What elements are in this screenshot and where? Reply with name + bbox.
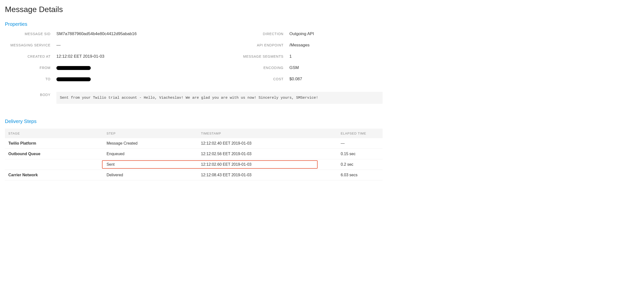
label-api-endpoint: API ENDPOINT bbox=[198, 43, 290, 47]
table-row: Sent12:12:02.60 EET 2019-01-030.2 sec bbox=[5, 159, 382, 170]
delivery-steps-section: Delivery Steps STAGE STEP TIMESTAMP ELAP… bbox=[5, 119, 382, 180]
value-message-segments: 1 bbox=[290, 54, 382, 59]
redacted-from bbox=[56, 66, 91, 70]
delivery-steps-table: STAGE STEP TIMESTAMP ELAPSED TIME Twilio… bbox=[5, 129, 382, 180]
label-cost: COST bbox=[198, 77, 290, 81]
value-cost: $0.087 bbox=[290, 77, 382, 82]
value-body: Sent from your Twilio trial account - He… bbox=[56, 92, 382, 104]
label-message-sid: MESSAGE SID bbox=[5, 32, 56, 36]
value-messaging-service: — bbox=[56, 43, 190, 48]
table-row: Carrier NetworkDelivered12:12:08.43 EET … bbox=[5, 170, 382, 180]
properties-right-column: DIRECTION Outgoing API API ENDPOINT /Mes… bbox=[198, 32, 382, 88]
label-body: BODY bbox=[5, 92, 56, 97]
label-messaging-service: MESSAGING SERVICE bbox=[5, 43, 56, 47]
cell-step: Sent bbox=[103, 159, 198, 170]
value-direction: Outgoing API bbox=[290, 32, 382, 36]
cell-stage: Outbound Queue bbox=[5, 149, 103, 159]
section-heading-delivery: Delivery Steps bbox=[5, 119, 382, 124]
value-api-endpoint: /Messages bbox=[290, 43, 382, 48]
cell-step: Message Created bbox=[103, 138, 198, 149]
page-title: Message Details bbox=[5, 5, 382, 14]
label-direction: DIRECTION bbox=[198, 32, 290, 36]
value-to bbox=[56, 77, 190, 82]
table-row: Outbound QueueEnqueued12:12:02.56 EET 20… bbox=[5, 149, 382, 159]
cell-elapsed: 6.03 secs bbox=[337, 170, 382, 180]
value-created-at: 12:12:02 EET 2019-01-03 bbox=[56, 54, 190, 59]
value-from bbox=[56, 65, 190, 70]
value-message-sid: SM7a7887960ad54b4e80c4412d95abab16 bbox=[56, 32, 190, 36]
cell-step: Delivered bbox=[103, 170, 198, 180]
cell-elapsed: — bbox=[337, 138, 382, 149]
cell-stage: Carrier Network bbox=[5, 170, 103, 180]
redacted-to bbox=[56, 77, 91, 81]
table-header-stage: STAGE bbox=[5, 129, 103, 138]
label-to: TO bbox=[5, 77, 56, 81]
cell-elapsed: 0.2 sec bbox=[337, 159, 382, 170]
properties-section: Properties MESSAGE SID SM7a7887960ad54b4… bbox=[5, 21, 382, 104]
cell-timestamp: 12:12:08.43 EET 2019-01-03 bbox=[198, 170, 337, 180]
cell-stage: Twilio Platform bbox=[5, 138, 103, 149]
cell-elapsed: 0.15 sec bbox=[337, 149, 382, 159]
cell-timestamp: 12:12:02.56 EET 2019-01-03 bbox=[198, 149, 337, 159]
table-header-timestamp: TIMESTAMP bbox=[198, 129, 337, 138]
label-message-segments: MESSAGE SEGMENTS bbox=[198, 55, 290, 59]
table-header-elapsed: ELAPSED TIME bbox=[337, 129, 382, 138]
cell-step: Enqueued bbox=[103, 149, 198, 159]
section-heading-properties: Properties bbox=[5, 21, 382, 27]
table-row: Twilio PlatformMessage Created12:12:02.4… bbox=[5, 138, 382, 149]
cell-timestamp: 12:12:02.60 EET 2019-01-03 bbox=[198, 159, 337, 170]
cell-stage bbox=[5, 159, 103, 170]
label-encoding: ENCODING bbox=[198, 66, 290, 70]
value-encoding: GSM bbox=[290, 65, 382, 70]
cell-timestamp: 12:12:02.40 EET 2019-01-03 bbox=[198, 138, 337, 149]
label-created-at: CREATED AT bbox=[5, 55, 56, 59]
table-header-step: STEP bbox=[103, 129, 198, 138]
label-from: FROM bbox=[5, 66, 56, 70]
properties-left-column: MESSAGE SID SM7a7887960ad54b4e80c4412d95… bbox=[5, 32, 190, 88]
